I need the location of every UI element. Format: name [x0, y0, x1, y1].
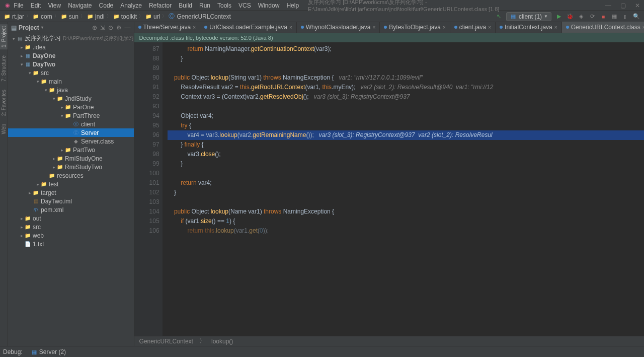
tab-structure[interactable]: 7: Structure [0, 53, 8, 84]
tree-row-root[interactable]: ▾▤反序列化学习D:\APP\work\cms\反序列化学习 [8, 34, 134, 43]
line-num[interactable]: 102 [134, 188, 159, 197]
tree-row-parttwo[interactable]: ▸📁PartTwo [8, 146, 134, 154]
menu-edit[interactable]: Edit [28, 1, 44, 10]
tree-row-src[interactable]: ▾📁src [8, 68, 134, 77]
gutter[interactable]: 87 88 89 90 91 92 93 94 95 96 97 98 99 1… [134, 42, 163, 336]
tab-bytes[interactable]: BytesToObject.java× [380, 22, 450, 33]
tree-row-client[interactable]: Ⓒclient [8, 120, 134, 128]
tree-row-rmitwo[interactable]: ▸📁RmiStudyTwo [8, 163, 134, 171]
tree-row-jndistudy[interactable]: ▾📁JndiStudy [8, 94, 134, 103]
maximize-icon[interactable]: ▢ [620, 2, 626, 9]
line-num[interactable]: 89 [134, 63, 159, 73]
menu-window[interactable]: Window [255, 1, 283, 10]
close-icon[interactable]: × [193, 25, 196, 30]
tree-row-resources[interactable]: 📁resources [8, 171, 134, 180]
tree-row-parthree[interactable]: ▾📁PartThree [8, 111, 134, 120]
minimize-icon[interactable]: — [605, 2, 611, 9]
crumb-sun[interactable]: sun [69, 13, 78, 20]
chevron-down-icon[interactable]: ▾ [41, 25, 43, 30]
close-icon[interactable]: ✕ [635, 2, 640, 9]
line-num[interactable]: 94 [134, 111, 159, 121]
line-num[interactable]: 97 [134, 140, 159, 150]
line-num[interactable]: 106 [134, 226, 159, 236]
settings-icon[interactable]: ⚙ [116, 24, 122, 31]
line-num[interactable]: 95 [134, 121, 159, 130]
tab-web[interactable]: Web [0, 122, 8, 136]
tree-row-parone[interactable]: ▸📁ParOne [8, 103, 134, 111]
line-num[interactable]: 105 [134, 217, 159, 226]
menu-analyze[interactable]: Analyze [117, 1, 145, 10]
tree-row-pom[interactable]: mpom.xml [8, 205, 134, 214]
tab-urlclassloader[interactable]: UrlClassLoaderExample.java× [200, 22, 297, 33]
tree-row-target[interactable]: ▸📁target [8, 188, 134, 197]
line-num[interactable]: 88 [134, 54, 159, 63]
tree-row-iml[interactable]: ▤DayTwo.iml [8, 197, 134, 205]
close-icon[interactable]: × [443, 25, 446, 30]
tree-row-idea[interactable]: ▸📁.idea [8, 43, 134, 51]
menu-refactor[interactable]: Refactor [146, 1, 175, 10]
coverage-button[interactable]: ◈ [578, 13, 585, 20]
menu-help[interactable]: Help [283, 1, 302, 10]
run-button[interactable]: ▶ [555, 13, 562, 20]
hide-icon[interactable]: — [125, 24, 131, 31]
collapse-icon[interactable]: ⊕ [92, 24, 97, 31]
locate-icon[interactable]: ⊙ [108, 24, 113, 31]
profile-button[interactable]: ⟳ [589, 13, 596, 20]
tree-row-dayone[interactable]: ▸▦DayOne [8, 51, 134, 60]
run-config-selector[interactable]: ▦ client (1) ▼ [506, 12, 551, 21]
layout-button[interactable]: ▦ [611, 13, 618, 20]
tree-row-server[interactable]: ⒸServer [8, 128, 134, 137]
debug-tab-server[interactable]: ▦Server (2) [28, 347, 69, 356]
tab-project[interactable]: 1: Project [0, 24, 8, 49]
code-editor[interactable]: 87 88 89 90 91 92 93 94 95 96 97 98 99 1… [134, 42, 644, 336]
tab-genericurl[interactable]: GenericURLContext.class× [562, 22, 644, 33]
tab-server[interactable]: Three/Server.java× [134, 22, 201, 33]
line-num[interactable]: 96 [134, 130, 159, 140]
project-tree[interactable]: ▾▤反序列化学习D:\APP\work\cms\反序列化学习 ▸📁.idea ▸… [8, 33, 134, 346]
tree-row-src2[interactable]: ▸📁src [8, 223, 134, 231]
crumb-toolkit[interactable]: toolkit [121, 13, 137, 20]
tab-client[interactable]: client.java× [450, 22, 496, 33]
tree-row-out[interactable]: ▸📁out [8, 214, 134, 223]
menu-tools[interactable]: Tools [214, 1, 234, 10]
menu-vcs[interactable]: VCS [235, 1, 254, 10]
close-icon[interactable]: × [488, 25, 491, 30]
debug-button[interactable]: 🐞 [567, 13, 574, 20]
search-icon[interactable]: 🔍 [633, 13, 640, 20]
line-num[interactable]: 99 [134, 159, 159, 169]
crumb-com[interactable]: com [41, 13, 52, 20]
menu-build[interactable]: Build [176, 1, 195, 10]
tab-favorites[interactable]: 2: Favorites [0, 88, 8, 118]
line-num[interactable]: 103 [134, 197, 159, 207]
crumb-url[interactable]: url [153, 13, 160, 20]
menu-code[interactable]: Code [96, 1, 117, 10]
back-arrow-icon[interactable]: ↖ [495, 13, 502, 20]
close-icon[interactable]: × [554, 25, 557, 30]
line-num[interactable]: 101 [134, 178, 159, 188]
tab-initialcontext[interactable]: InitialContext.java× [496, 22, 562, 33]
line-num[interactable]: 104 [134, 207, 159, 217]
line-num[interactable]: 92 [134, 92, 159, 102]
line-num[interactable]: 90 [134, 73, 159, 83]
tab-whynot[interactable]: WhynotClassloader.java× [297, 22, 380, 33]
line-num[interactable]: 100 [134, 169, 159, 178]
tree-row-rmione[interactable]: ▸📁RmiStudyOne [8, 154, 134, 163]
tree-row-web[interactable]: ▸📁web [8, 231, 134, 240]
line-num[interactable]: 93 [134, 102, 159, 111]
close-icon[interactable]: × [289, 25, 292, 30]
crumb-class[interactable]: GenericURLContext [177, 13, 230, 20]
git-button[interactable]: ⫿ [622, 13, 629, 20]
menu-view[interactable]: View [45, 1, 64, 10]
crumb-method[interactable]: lookup() [211, 338, 233, 345]
line-num[interactable]: 91 [134, 83, 159, 92]
tree-row-txt[interactable]: 📄1.txt [8, 240, 134, 248]
crumb-jndi[interactable]: jndi [95, 13, 105, 20]
line-num[interactable]: 98 [134, 150, 159, 159]
tree-row-serverclass[interactable]: ◆Server.class [8, 137, 134, 146]
tree-row-test[interactable]: ▸📁test [8, 180, 134, 188]
crumb-class[interactable]: GenericURLContext [139, 338, 193, 345]
tree-row-java[interactable]: ▾📁java [8, 86, 134, 94]
code-text[interactable]: return NamingManager.getContinuationCont… [163, 42, 644, 336]
menu-file[interactable]: File [11, 1, 26, 10]
menu-navigate[interactable]: Navigate [65, 1, 95, 10]
